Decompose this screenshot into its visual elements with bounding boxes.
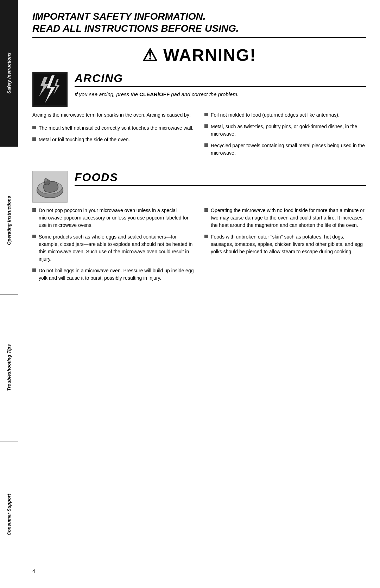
- bullet-square-icon: [32, 137, 36, 141]
- arcing-bullet-left-0-text: The metal shelf not installed correctly …: [39, 124, 194, 132]
- arcing-bullet-right-2-text: Recycled paper towels containing small m…: [211, 142, 366, 157]
- svg-point-8: [44, 179, 48, 182]
- arcing-bullet-left-1: Metal or foil touching the side of the o…: [32, 136, 194, 143]
- main-content: IMPORTANT SAFETY INFORMATION. READ ALL I…: [18, 0, 380, 588]
- foods-bullet-left-1: Some products such as whole eggs and sea…: [32, 233, 194, 263]
- foods-bullet-left-2-text: Do not boil eggs in a microwave oven. Pr…: [39, 267, 194, 282]
- arcing-bullet-left-0: The metal shelf not installed correctly …: [32, 124, 194, 132]
- arcing-bullet-right-0-text: Foil not molded to food (upturned edges …: [211, 111, 366, 119]
- foods-bullet-left-0: Do not pop popcorn in your microwave ove…: [32, 207, 194, 229]
- sidebar: Safety Instructions Operating Instructio…: [0, 0, 18, 588]
- page-number: 4: [32, 561, 366, 574]
- foods-title: FOODS: [75, 171, 366, 186]
- bullet-square-icon: [204, 113, 208, 116]
- sidebar-label-consumer: Consumer Support: [6, 494, 12, 536]
- foods-content-grid: Do not pop popcorn in your microwave ove…: [32, 207, 366, 282]
- sidebar-section-safety: Safety Instructions: [0, 0, 18, 147]
- sidebar-section-troubleshooting: Troubleshooting Tips: [0, 295, 18, 442]
- arcing-bullet-right-0: Foil not molded to food (upturned edges …: [204, 111, 366, 119]
- foods-icon: [32, 171, 68, 203]
- bullet-square-icon: [204, 208, 208, 212]
- arcing-subtitle: If you see arcing, press the CLEAR/OFF p…: [75, 91, 366, 98]
- bullet-square-icon: [204, 143, 208, 147]
- header: IMPORTANT SAFETY INFORMATION. READ ALL I…: [32, 11, 366, 38]
- foods-right-col: Operating the microwave with no food ins…: [204, 207, 366, 282]
- arcing-bullet-right-1: Metal, such as twist-ties, poultry pins,…: [204, 123, 366, 138]
- header-title-line2: READ ALL INSTRUCTIONS BEFORE USING.: [32, 23, 366, 35]
- bullet-square-icon: [204, 124, 208, 128]
- arcing-subtitle-end: pad and correct the problem.: [170, 91, 239, 97]
- foods-bullet-right-1: Foods with unbroken outer "skin" such as…: [204, 233, 366, 255]
- arcing-subtitle-text: If you see arcing, press the: [75, 91, 139, 97]
- bullet-square-icon: [32, 126, 36, 129]
- sidebar-section-consumer: Consumer Support: [0, 441, 18, 588]
- bullet-square-icon: [32, 235, 36, 238]
- arcing-bullet-right-2: Recycled paper towels containing small m…: [204, 142, 366, 157]
- bullet-square-icon: [32, 268, 36, 272]
- foods-bullet-right-1-text: Foods with unbroken outer "skin" such as…: [211, 233, 366, 255]
- arcing-title: ARCING: [75, 72, 366, 87]
- arcing-content-grid: Arcing is the microwave term for sparks …: [32, 111, 366, 157]
- arcing-bullet-right-1-text: Metal, such as twist-ties, poultry pins,…: [211, 123, 366, 138]
- arcing-bullet-left-1-text: Metal or foil touching the side of the o…: [39, 136, 194, 143]
- foods-title-block: FOODS: [75, 171, 366, 190]
- foods-bullet-left-1-text: Some products such as whole eggs and sea…: [39, 233, 194, 263]
- warning-label: WARNING!: [163, 46, 256, 64]
- bullet-square-icon: [32, 208, 36, 212]
- foods-left-col: Do not pop popcorn in your microwave ove…: [32, 207, 194, 282]
- arcing-title-block: ARCING If you see arcing, press the CLEA…: [75, 72, 366, 98]
- foods-section: FOODS Do not pop popcorn in your microwa…: [32, 171, 366, 282]
- header-title-line1: IMPORTANT SAFETY INFORMATION.: [32, 11, 366, 23]
- sidebar-label-troubleshooting: Troubleshooting Tips: [6, 344, 12, 391]
- arcing-subtitle-bold: CLEAR/OFF: [139, 91, 170, 97]
- arcing-left-col: Arcing is the microwave term for sparks …: [32, 111, 194, 157]
- sidebar-label-safety: Safety Instructions: [6, 52, 12, 94]
- bullet-square-icon: [204, 235, 208, 238]
- sidebar-section-operating: Operating Instructions: [0, 147, 18, 295]
- foods-bullet-left-0-text: Do not pop popcorn in your microwave ove…: [39, 207, 194, 229]
- foods-header: FOODS: [32, 171, 366, 203]
- warning-title: ⚠ WARNING!: [32, 45, 366, 65]
- sidebar-label-operating: Operating Instructions: [6, 196, 12, 245]
- arcing-section: ARCING If you see arcing, press the CLEA…: [32, 72, 366, 157]
- warning-section: ⚠ WARNING!: [32, 45, 366, 65]
- arcing-header: ARCING If you see arcing, press the CLEA…: [32, 72, 366, 107]
- arcing-right-col: Foil not molded to food (upturned edges …: [204, 111, 366, 157]
- svg-rect-0: [34, 74, 66, 105]
- foods-bullet-right-0: Operating the microwave with no food ins…: [204, 207, 366, 229]
- arcing-icon: [32, 72, 68, 107]
- foods-bullet-right-0-text: Operating the microwave with no food ins…: [211, 207, 366, 229]
- foods-bullet-left-2: Do not boil eggs in a microwave oven. Pr…: [32, 267, 194, 282]
- warning-triangle-icon: ⚠: [142, 46, 158, 64]
- arcing-intro-text: Arcing is the microwave term for sparks …: [32, 111, 194, 119]
